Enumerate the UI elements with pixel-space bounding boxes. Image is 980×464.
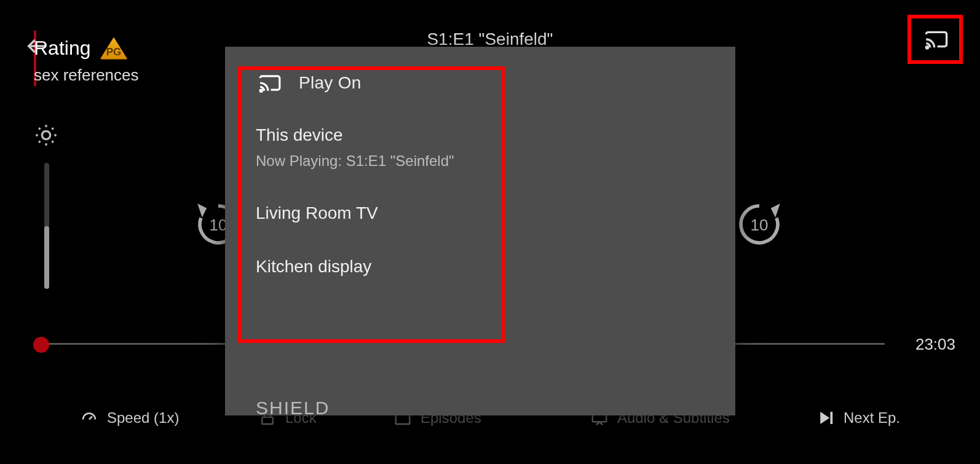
rating-badge: PG bbox=[100, 37, 128, 60]
svg-point-1 bbox=[42, 131, 50, 139]
device-shield-partial[interactable]: SHIELD bbox=[256, 398, 330, 415]
device-name: Kitchen display bbox=[256, 257, 705, 277]
brightness-slider[interactable] bbox=[44, 163, 49, 289]
time-remaining: 23:03 bbox=[915, 335, 955, 354]
device-kitchen-display[interactable]: Kitchen display bbox=[256, 257, 705, 277]
next-episode-button[interactable]: Next Ep. bbox=[816, 409, 900, 427]
brightness-fill bbox=[44, 226, 49, 289]
rating-overlay: Rating PG sex references bbox=[34, 37, 139, 85]
cast-device-picker-modal: Play On This device Now Playing: S1:E1 "… bbox=[225, 47, 735, 415]
device-name: This device bbox=[256, 125, 705, 145]
progress-thumb[interactable] bbox=[33, 337, 49, 353]
brightness-icon bbox=[34, 123, 58, 147]
next-label: Next Ep. bbox=[844, 409, 900, 427]
seek-fwd-label: 10 bbox=[751, 216, 769, 235]
modal-title: Play On bbox=[299, 73, 362, 93]
device-living-room-tv[interactable]: Living Room TV bbox=[256, 203, 705, 223]
device-this-device[interactable]: This device Now Playing: S1:E1 "Seinfeld… bbox=[256, 125, 705, 170]
device-sub: Now Playing: S1:E1 "Seinfeld" bbox=[256, 152, 705, 170]
svg-rect-5 bbox=[830, 412, 832, 424]
svg-rect-2 bbox=[262, 417, 273, 424]
svg-point-6 bbox=[260, 90, 262, 92]
speed-button[interactable]: Speed (1x) bbox=[80, 409, 179, 427]
speed-label: Speed (1x) bbox=[107, 409, 179, 427]
svg-rect-3 bbox=[396, 414, 410, 424]
device-name: Living Room TV bbox=[256, 203, 705, 223]
seek-forward-10-button[interactable]: 10 bbox=[732, 197, 787, 252]
annotation-highlight-cast bbox=[907, 15, 963, 64]
rating-subtext: sex references bbox=[34, 66, 139, 85]
rating-label: Rating bbox=[34, 37, 91, 60]
cast-icon bbox=[256, 71, 284, 95]
